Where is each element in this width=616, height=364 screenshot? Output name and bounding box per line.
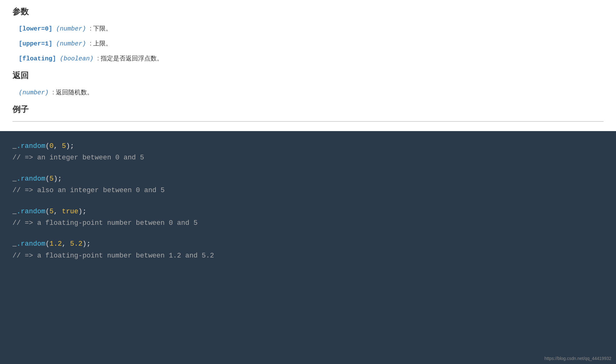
- semi-4: ;: [87, 240, 91, 248]
- paren-1-open: (: [45, 142, 50, 150]
- param-floating-desc: : 指定是否返回浮点数。: [97, 55, 163, 62]
- param-lower-name: [lower=0]: [19, 25, 52, 32]
- paren-3-open: (: [45, 208, 50, 215]
- arg-3-2: true: [62, 208, 78, 215]
- returns-section: 返回 (number) : 返回随机数。: [12, 70, 604, 98]
- paren-2-close: ): [54, 175, 58, 183]
- paren-4-close: ): [82, 240, 86, 248]
- arg-1-2: 5: [62, 142, 66, 150]
- underscore-4: _: [12, 240, 17, 248]
- code-line-4-1: _.random(1.2, 5.2);: [12, 238, 604, 250]
- top-section: 参数 [lower=0] (number) : 下限。 [upper=1] (n…: [0, 0, 616, 131]
- code-section: _.random(0, 5); // => an integer between…: [0, 131, 616, 364]
- arg-4-2: 5.2: [70, 240, 83, 248]
- returns-line: (number) : 返回随机数。: [12, 87, 604, 98]
- code-comment-3: // => a floating-point number between 0 …: [12, 217, 604, 229]
- paren-4-open: (: [45, 240, 50, 248]
- code-comment-1: // => an integer between 0 and 5: [12, 152, 604, 163]
- code-comment-2: // => also an integer between 0 and 5: [12, 185, 604, 196]
- examples-heading-container: 例子: [12, 104, 604, 115]
- divider: [12, 121, 604, 122]
- code-example-3: _.random(5, true); // => a floating-poin…: [12, 206, 604, 229]
- semi-1: ;: [70, 142, 74, 150]
- params-heading: 参数: [12, 6, 604, 17]
- method-2: .random: [17, 175, 45, 183]
- code-example-2: _.random(5); // => also an integer betwe…: [12, 173, 604, 196]
- paren-2-open: (: [45, 175, 50, 183]
- code-example-1: _.random(0, 5); // => an integer between…: [12, 140, 604, 164]
- arg-3-1: 5: [50, 208, 54, 215]
- semi-3: ;: [82, 208, 86, 215]
- comma-4: ,: [62, 240, 70, 248]
- param-upper-name: [upper=1]: [19, 40, 52, 47]
- comma-3: ,: [54, 208, 62, 215]
- underscore-1: _: [12, 142, 17, 150]
- param-upper-desc: : 上限。: [90, 40, 112, 47]
- param-floating: [floating] (boolean) : 指定是否返回浮点数。: [19, 53, 604, 64]
- param-lower-type: (number): [56, 25, 86, 32]
- method-4: .random: [17, 240, 45, 248]
- arg-1-1: 0: [50, 142, 54, 150]
- param-floating-name: [floating]: [19, 55, 56, 62]
- method-3: .random: [17, 208, 45, 215]
- code-line-2-1: _.random(5);: [12, 173, 604, 185]
- code-comment-4: // => a floating-point number between 1.…: [12, 250, 604, 262]
- param-lower-desc: : 下限。: [90, 25, 112, 32]
- param-upper-type: (number): [56, 40, 86, 47]
- paren-3-close: ): [78, 208, 82, 215]
- code-line-3-1: _.random(5, true);: [12, 206, 604, 217]
- paren-1-close: ): [66, 142, 70, 150]
- param-floating-type: (boolean): [60, 55, 93, 62]
- code-line-1-1: _.random(0, 5);: [12, 140, 604, 152]
- code-example-4: _.random(1.2, 5.2); // => a floating-poi…: [12, 238, 604, 262]
- underscore-2: _: [12, 175, 17, 183]
- returns-heading: 返回: [12, 70, 604, 81]
- examples-heading: 例子: [12, 104, 604, 115]
- method-1: .random: [17, 142, 45, 150]
- comma-1: ,: [54, 142, 62, 150]
- param-lower: [lower=0] (number) : 下限。: [19, 23, 604, 34]
- arg-2-1: 5: [50, 175, 54, 183]
- param-upper: [upper=1] (number) : 上限。: [19, 38, 604, 49]
- arg-4-1: 1.2: [50, 240, 62, 248]
- params-list: [lower=0] (number) : 下限。 [upper=1] (numb…: [12, 23, 604, 64]
- semi-2: ;: [58, 175, 62, 183]
- returns-type: (number): [19, 89, 49, 96]
- watermark: https://blog.csdn.net/qq_44419932: [544, 356, 611, 361]
- returns-desc: : 返回随机数。: [52, 89, 93, 96]
- underscore-3: _: [12, 208, 17, 215]
